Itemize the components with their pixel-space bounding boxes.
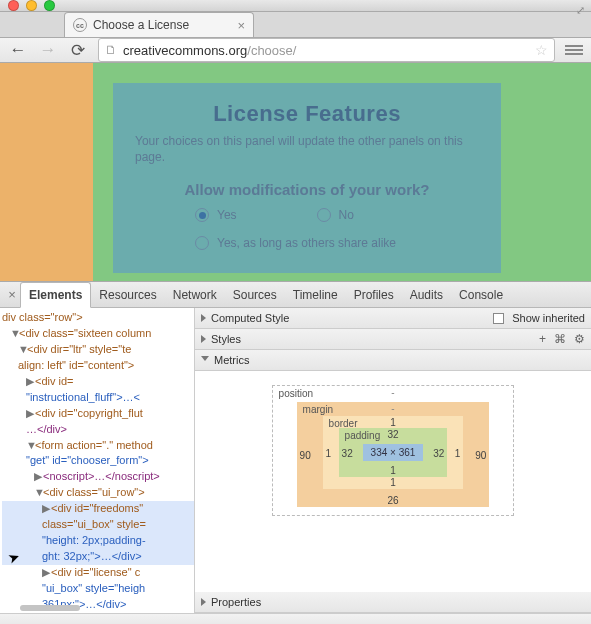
- radio-icon: [195, 236, 209, 250]
- page-viewport: License Features Your choices on this pa…: [0, 63, 591, 281]
- tree-row[interactable]: "ui_box" style="heigh: [2, 581, 194, 597]
- tab-profiles[interactable]: Profiles: [346, 283, 402, 307]
- tree-row[interactable]: align: left" id="content">: [2, 358, 194, 374]
- horizontal-scrollbar[interactable]: [20, 605, 80, 611]
- pane-metrics[interactable]: Metrics: [195, 350, 591, 371]
- panel-heading: License Features: [135, 101, 479, 127]
- radio-icon: [195, 208, 209, 222]
- tree-row[interactable]: ▶<div id="copyright_flut: [2, 406, 194, 422]
- tree-row[interactable]: ▼<div class="ui_row">: [2, 485, 194, 501]
- tab-network[interactable]: Network: [165, 283, 225, 307]
- tree-row[interactable]: ▼<div dir="ltr" style="te: [2, 342, 194, 358]
- tab-timeline[interactable]: Timeline: [285, 283, 346, 307]
- panel-description: Your choices on this panel will update t…: [135, 133, 479, 165]
- highlight-margin-overlay: License Features Your choices on this pa…: [93, 63, 591, 281]
- tree-row[interactable]: ▶<noscript>…</noscript>: [2, 469, 194, 485]
- zoom-window-button[interactable]: [44, 0, 55, 11]
- tree-row[interactable]: …</div>: [2, 422, 194, 438]
- minimize-window-button[interactable]: [26, 0, 37, 11]
- tree-row[interactable]: "get" id="chooser_form">: [2, 453, 194, 469]
- tab-resources[interactable]: Resources: [91, 283, 164, 307]
- chrome-menu-button[interactable]: [565, 45, 583, 55]
- tree-row-selected[interactable]: class="ui_box" style=: [2, 517, 194, 533]
- url-bar[interactable]: 🗋 creativecommons.org/choose/ ☆: [98, 38, 555, 62]
- tree-row[interactable]: ▼<form action="." method: [2, 438, 194, 454]
- new-style-rule-icon[interactable]: +: [539, 332, 546, 346]
- tree-row-selected[interactable]: "height: 2px;padding-: [2, 533, 194, 549]
- forward-button[interactable]: →: [38, 40, 58, 60]
- browser-tab[interactable]: cc Choose a License ×: [64, 12, 254, 37]
- tab-console[interactable]: Console: [451, 283, 511, 307]
- site-info-icon[interactable]: 🗋: [105, 43, 117, 57]
- close-window-button[interactable]: [8, 0, 19, 11]
- radio-option-no[interactable]: No: [317, 208, 354, 222]
- url-domain: creativecommons.org: [123, 43, 247, 58]
- devtools-panel: × Elements Resources Network Sources Tim…: [0, 281, 591, 624]
- tree-row-selected[interactable]: ▶<div id="freedoms": [2, 501, 194, 517]
- fullscreen-icon[interactable]: ⤢: [576, 4, 585, 17]
- show-inherited-checkbox[interactable]: [493, 313, 504, 324]
- box-model-diagram: position - margin - 90 90 26 border 1 1: [195, 371, 591, 592]
- tab-audits[interactable]: Audits: [402, 283, 451, 307]
- tab-title: Choose a License: [93, 18, 189, 32]
- radio-icon: [317, 208, 331, 222]
- favicon-icon: cc: [73, 18, 87, 32]
- browser-toolbar: ← → ⟳ 🗋 creativecommons.org/choose/ ☆: [0, 38, 591, 63]
- tab-close-icon[interactable]: ×: [237, 18, 245, 33]
- element-state-icon[interactable]: ⌘: [554, 332, 566, 346]
- highlight-content-overlay: License Features Your choices on this pa…: [113, 83, 501, 273]
- tree-row[interactable]: ▼<div class="sixteen column: [2, 326, 194, 342]
- tree-row[interactable]: "instructional_fluff">…<: [2, 390, 194, 406]
- radio-option-yes[interactable]: Yes: [195, 208, 237, 222]
- pane-computed-style[interactable]: Computed Style Show inherited: [195, 308, 591, 329]
- reload-button[interactable]: ⟳: [68, 40, 88, 60]
- tree-row[interactable]: ▶<div id="license" c: [2, 565, 194, 581]
- url-path: /choose/: [247, 43, 296, 58]
- back-button[interactable]: ←: [8, 40, 28, 60]
- pane-styles[interactable]: Styles + ⌘ ⚙: [195, 329, 591, 350]
- pane-properties[interactable]: Properties: [195, 592, 591, 613]
- tab-elements[interactable]: Elements: [20, 282, 91, 308]
- tree-row[interactable]: div class="row">: [2, 310, 194, 326]
- elements-tree[interactable]: div class="row"> ▼<div class="sixteen co…: [0, 308, 195, 613]
- devtools-tabbar: × Elements Resources Network Sources Tim…: [0, 282, 591, 308]
- tree-row-selected[interactable]: ght: 32px;">…</div>: [2, 549, 194, 565]
- panel-question: Allow modifications of your work?: [135, 181, 479, 198]
- radio-option-sharealike[interactable]: Yes, as long as others share alike: [135, 236, 479, 250]
- devtools-close-icon[interactable]: ×: [4, 287, 20, 302]
- settings-gear-icon[interactable]: ⚙: [574, 332, 585, 346]
- browser-tabstrip: cc Choose a License ×: [0, 12, 591, 38]
- tab-sources[interactable]: Sources: [225, 283, 285, 307]
- window-titlebar: ⤢: [0, 0, 591, 12]
- tree-row[interactable]: ▶<div id=: [2, 374, 194, 390]
- devtools-statusbar: [0, 613, 591, 624]
- box-model-content: 334 × 361: [363, 444, 424, 461]
- bookmark-star-icon[interactable]: ☆: [535, 42, 548, 58]
